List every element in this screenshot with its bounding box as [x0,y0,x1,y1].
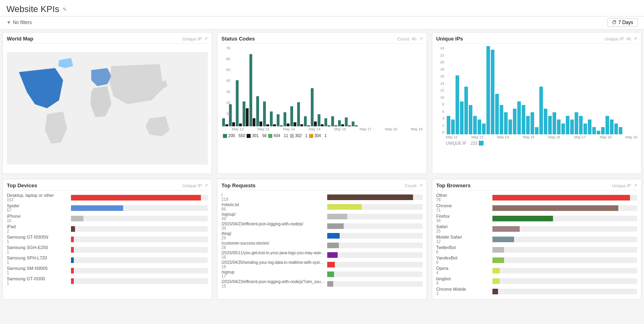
top-requests-list: / 219 /robots.txt 86 /signup/ 49 /2015/0… [221,193,422,288]
world-map-svg [7,46,208,170]
list-item: Samsung SM-N9005 1 [7,266,208,275]
share-icon-devices[interactable]: ↗ [204,183,208,188]
list-item: /signup/ 49 [221,212,422,221]
list-item: bingbot 4 [436,276,637,286]
clock-icon: ⏱ [612,20,617,25]
top-requests-header: Top Requests Count ↗ [221,182,422,190]
list-item: iPad 2 [7,224,208,233]
unique-ips-metric: Unique IP [604,36,624,41]
world-map-container [7,46,208,170]
top-browsers-panel: Top Browsers Unique IP ↗ Other 78 Chrome… [432,179,642,300]
status-x-labels: May 12May 13May 14May 15May 16May 17May … [232,127,422,131]
list-item: /robots.txt 86 [221,202,422,211]
top-requests-panel: Top Requests Count ↗ / 219 /robots.txt 8… [217,179,427,300]
filters-bar: ▼ No filters ⏱ 7 Days [0,16,644,30]
status-legend: 200 550 301 56 404 11 302 1 304 1 [223,134,422,138]
world-map-header: World Map Unique IP ↗ [7,36,208,44]
status-codes-header: Status Codes Count 4h ↗ [221,36,422,44]
list-item: Safari 15 [436,224,637,233]
list-item: Chrome 71 [436,203,637,213]
list-item: /2015/04/23/efficient-json-logging-with-… [221,222,422,231]
list-item: /blog/ 29 [221,231,422,240]
top-browsers-list: Other 78 Chrome 71 Firefox 34 Safari 15 [436,193,637,296]
list-item: /2015/04/23/efficient-json-logging-with-… [221,279,422,288]
list-item: Opera 4 [436,266,637,275]
share-icon-browsers[interactable]: ↗ [634,183,637,188]
status-bars [221,46,422,126]
list-item: YandexBot 6 [436,255,637,265]
ip-legend: UNIQUE IP 233 [446,141,637,146]
unique-ips-header: Unique IPs Unique IP 4h ↗ [436,36,637,44]
list-item: iPhone 10 [7,214,208,223]
top-browsers-title: Top Browsers [436,182,471,188]
top-requests-meta: Count ↗ [405,183,422,188]
ip-x-labels: May 12May 13May 14May 15May 16May 17May … [446,135,637,139]
share-icon[interactable]: ↗ [204,36,208,41]
share-icon-ips[interactable]: ↗ [634,36,637,41]
time-range-button[interactable]: ⏱ 7 Days [608,18,638,27]
list-item: Firefox 34 [436,214,637,223]
status-codes-title: Status Codes [221,36,255,42]
list-item: Samsung GT-I9305N 1 [7,235,208,244]
top-requests-metric: Count [405,183,416,188]
world-map-panel: World Map Unique IP ↗ [2,32,212,174]
list-item: Spider 57 [7,203,208,213]
list-item: Mobile Safari 12 [436,235,637,244]
top-devices-list: Desktop, laptop or other 153 Spider 57 i… [7,193,208,286]
filters-label: No filters [13,20,32,25]
world-map-meta: Unique IP ↗ [182,36,208,41]
list-item: / 219 [221,193,422,202]
world-map-metric: Unique IP [182,36,202,41]
time-range-label: 7 Days [618,20,633,25]
unique-ips-meta: Unique IP 4h ↗ [604,36,637,41]
status-codes-metric: Count [397,36,409,41]
ip-bars-container [446,46,637,134]
top-requests-title: Top Requests [221,182,255,188]
top-devices-title: Top Devices [7,182,37,188]
list-item: /customer-success-stories/ 28 [221,241,422,250]
status-codes-panel: Status Codes Count 4h ↗ 706050403020100 … [217,32,427,174]
top-devices-header: Top Devices Unique IP ↗ [7,182,208,190]
status-codes-chart: 706050403020100 May 12May 13May 14May 15… [221,46,422,138]
list-item: Samsung GT-I9300 1 [7,276,208,286]
list-item: /2015/04/20/sending-your-log-data-in-rea… [221,260,422,269]
world-map-title: World Map [7,36,33,42]
list-item: /signup 17 [221,270,422,279]
list-item: Desktop, laptop or other 153 [7,193,208,202]
top-devices-meta: Unique IP ↗ [182,183,208,188]
unique-ips-panel: Unique IPs Unique IP 4h ↗ 24222018161412… [432,32,642,174]
unique-ips-chart: 242220181614121086420 May 12May 13May 14… [436,46,637,146]
share-icon-status[interactable]: ↗ [419,36,423,41]
status-codes-interval: 4h [411,36,416,41]
list-item: Other 78 [436,193,637,202]
top-browsers-header: Top Browsers Unique IP ↗ [436,182,637,190]
list-item: Samsung SPH-L720 1 [7,255,208,265]
status-y-axis: 706050403020100 [221,46,230,126]
list-item: TwitterBot 6 [436,245,637,254]
page-title: Website KPIs [6,4,59,14]
unique-ips-title: Unique IPs [436,36,463,42]
list-item: Chrome Mobile 3 [436,287,637,296]
ip-y-axis: 242220181614121086420 [436,46,444,134]
dashboard: World Map Unique IP ↗ [0,30,644,302]
top-browsers-metric: Unique IP [612,183,631,188]
top-devices-panel: Top Devices Unique IP ↗ Desktop, laptop … [2,179,212,300]
filter-icon: ▼ [6,20,11,25]
list-item: Samsung SGH-E250 1 [7,245,208,254]
list-item: /2015/05/11/you-get-lost-in-your-java-lo… [221,251,422,259]
unique-ips-interval: 4h [626,36,631,41]
page-header: Website KPIs ✎ [0,0,644,16]
status-codes-meta: Count 4h ↗ [397,36,423,41]
top-browsers-meta: Unique IP ↗ [612,183,637,188]
edit-icon[interactable]: ✎ [63,6,67,12]
top-devices-metric: Unique IP [182,183,202,188]
share-icon-requests[interactable]: ↗ [419,183,423,188]
